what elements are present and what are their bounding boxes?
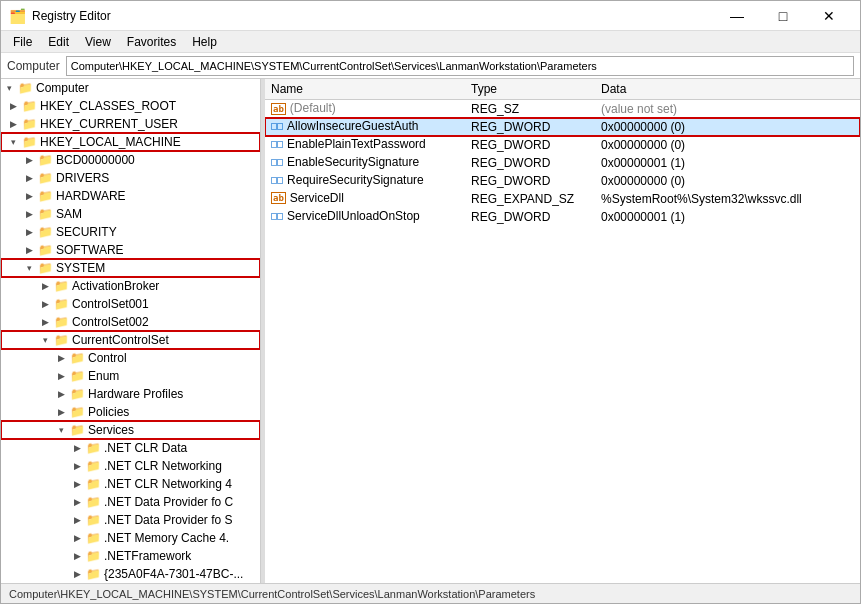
registry-row-servicedllunloadonstop[interactable]: □□ServiceDllUnloadOnStopREG_DWORD0x00000… [265, 208, 860, 226]
tree-expander[interactable]: ▾ [1, 80, 17, 96]
tree-expander[interactable]: ▾ [5, 134, 21, 150]
tree-expander[interactable]: ▶ [69, 512, 85, 528]
folder-icon: 📁 [85, 566, 101, 582]
tree-expander[interactable]: ▶ [37, 278, 53, 294]
tree-expander[interactable]: ▶ [53, 404, 69, 420]
addressbar: Computer [1, 53, 860, 79]
menu-edit[interactable]: Edit [40, 33, 77, 51]
addressbar-path[interactable] [66, 56, 854, 76]
tree-node-netdataprovider2[interactable]: ▶📁.NET Data Provider fo S [1, 511, 260, 529]
tree-expander[interactable]: ▶ [21, 224, 37, 240]
tree-node-label: SOFTWARE [53, 243, 124, 257]
tree-node-drivers[interactable]: ▶📁DRIVERS [1, 169, 260, 187]
menu-file[interactable]: File [5, 33, 40, 51]
tree-expander[interactable]: ▶ [69, 566, 85, 582]
tree-expander[interactable]: ▶ [53, 368, 69, 384]
menu-help[interactable]: Help [184, 33, 225, 51]
tree-expander[interactable]: ▶ [69, 458, 85, 474]
tree-expander[interactable]: ▶ [5, 116, 21, 132]
tree-expander[interactable]: ▾ [21, 260, 37, 276]
col-header-type: Type [465, 79, 595, 100]
folder-icon: 📁 [37, 152, 53, 168]
tree-node-label: Computer [33, 81, 89, 95]
tree-node-guid1[interactable]: ▶📁{235A0F4A-7301-47BC-... [1, 565, 260, 583]
tree-node-controlset001[interactable]: ▶📁ControlSet001 [1, 295, 260, 313]
dword-value-icon: □□ [271, 156, 283, 167]
tree-expander[interactable]: ▶ [21, 152, 37, 168]
tree-node-hkey_current_user[interactable]: ▶📁HKEY_CURRENT_USER [1, 115, 260, 133]
tree-node-security[interactable]: ▶📁SECURITY [1, 223, 260, 241]
menu-favorites[interactable]: Favorites [119, 33, 184, 51]
registry-row-enablesecuritysignature[interactable]: □□EnableSecuritySignatureREG_DWORD0x0000… [265, 154, 860, 172]
folder-icon: 📁 [17, 80, 33, 96]
tree-expander[interactable]: ▶ [5, 98, 21, 114]
maximize-button[interactable]: □ [760, 1, 806, 31]
tree-node-label: SECURITY [53, 225, 117, 239]
registry-data: 0x00000000 (0) [595, 172, 860, 190]
tree-expander[interactable]: ▶ [69, 530, 85, 546]
tree-node-controlset002[interactable]: ▶📁ControlSet002 [1, 313, 260, 331]
tree-expander[interactable]: ▶ [37, 314, 53, 330]
tree-node-netframework[interactable]: ▶📁.NETFramework [1, 547, 260, 565]
registry-name-text: RequireSecuritySignature [287, 173, 424, 187]
registry-row-servicedll[interactable]: abServiceDllREG_EXPAND_SZ%SystemRoot%\Sy… [265, 190, 860, 208]
tree-node-netclrnetworking4[interactable]: ▶📁.NET CLR Networking 4 [1, 475, 260, 493]
tree-expander[interactable]: ▾ [53, 422, 69, 438]
tree-expander[interactable]: ▶ [21, 170, 37, 186]
folder-icon: 📁 [85, 476, 101, 492]
tree-node-services[interactable]: ▾📁Services [1, 421, 260, 439]
tree-node-hkey_classes_root[interactable]: ▶📁HKEY_CLASSES_ROOT [1, 97, 260, 115]
tree-expander[interactable]: ▶ [69, 494, 85, 510]
minimize-button[interactable]: — [714, 1, 760, 31]
tree-node-label: Policies [85, 405, 129, 419]
registry-row-allowinsecureguestauth[interactable]: □□AllowInsecureGuestAuthREG_DWORD0x00000… [265, 118, 860, 136]
tree-expander[interactable]: ▶ [37, 296, 53, 312]
registry-type: REG_DWORD [465, 172, 595, 190]
tree-node-currentcontrolset[interactable]: ▾📁CurrentControlSet [1, 331, 260, 349]
folder-icon: 📁 [69, 422, 85, 438]
folder-icon: 📁 [85, 440, 101, 456]
tree-node-policies[interactable]: ▶📁Policies [1, 403, 260, 421]
tree-expander[interactable]: ▶ [69, 548, 85, 564]
tree-node-enum[interactable]: ▶📁Enum [1, 367, 260, 385]
tree-node-hardware[interactable]: ▶📁HARDWARE [1, 187, 260, 205]
tree-expander[interactable]: ▶ [69, 476, 85, 492]
col-header-data: Data [595, 79, 860, 100]
tree-node-hardwareprofiles[interactable]: ▶📁Hardware Profiles [1, 385, 260, 403]
tree-node-hkey_local_machine[interactable]: ▾📁HKEY_LOCAL_MACHINE [1, 133, 260, 151]
tree-node-control[interactable]: ▶📁Control [1, 349, 260, 367]
tree-expander[interactable]: ▶ [21, 242, 37, 258]
tree-node-label: HARDWARE [53, 189, 126, 203]
tree-node-system[interactable]: ▾📁SYSTEM [1, 259, 260, 277]
folder-icon: 📁 [37, 170, 53, 186]
registry-data: 0x00000000 (0) [595, 136, 860, 154]
tree-expander[interactable]: ▶ [53, 350, 69, 366]
tree-node-software[interactable]: ▶📁SOFTWARE [1, 241, 260, 259]
tree-expander[interactable]: ▶ [21, 188, 37, 204]
tree-node-netdataprovider1[interactable]: ▶📁.NET Data Provider fo C [1, 493, 260, 511]
tree-node-bcd[interactable]: ▶📁BCD00000000 [1, 151, 260, 169]
registry-name: abServiceDll [265, 190, 465, 206]
tree-expander[interactable]: ▶ [53, 386, 69, 402]
tree-node-netclrnetworking[interactable]: ▶📁.NET CLR Networking [1, 457, 260, 475]
tree-node-sam[interactable]: ▶📁SAM [1, 205, 260, 223]
tree-node-netclrdata[interactable]: ▶📁.NET CLR Data [1, 439, 260, 457]
menu-view[interactable]: View [77, 33, 119, 51]
tree-node-label: CurrentControlSet [69, 333, 169, 347]
tree-expander[interactable]: ▶ [69, 440, 85, 456]
registry-name-text: AllowInsecureGuestAuth [287, 119, 418, 133]
folder-icon: 📁 [53, 314, 69, 330]
registry-data: 0x00000001 (1) [595, 208, 860, 226]
tree-expander[interactable]: ▾ [37, 332, 53, 348]
folder-icon: 📁 [21, 116, 37, 132]
folder-icon: 📁 [37, 206, 53, 222]
close-button[interactable]: ✕ [806, 1, 852, 31]
registry-row-requiresecuritysignature[interactable]: □□RequireSecuritySignatureREG_DWORD0x000… [265, 172, 860, 190]
tree-node-activationbroker[interactable]: ▶📁ActivationBroker [1, 277, 260, 295]
tree-node-computer[interactable]: ▾📁Computer [1, 79, 260, 97]
registry-name: □□EnablePlainTextPassword [265, 136, 465, 152]
tree-expander[interactable]: ▶ [21, 206, 37, 222]
registry-row-default[interactable]: ab(Default)REG_SZ(value not set) [265, 100, 860, 118]
registry-row-enableplaintextpassword[interactable]: □□EnablePlainTextPasswordREG_DWORD0x0000… [265, 136, 860, 154]
tree-node-netmemorycache[interactable]: ▶📁.NET Memory Cache 4. [1, 529, 260, 547]
